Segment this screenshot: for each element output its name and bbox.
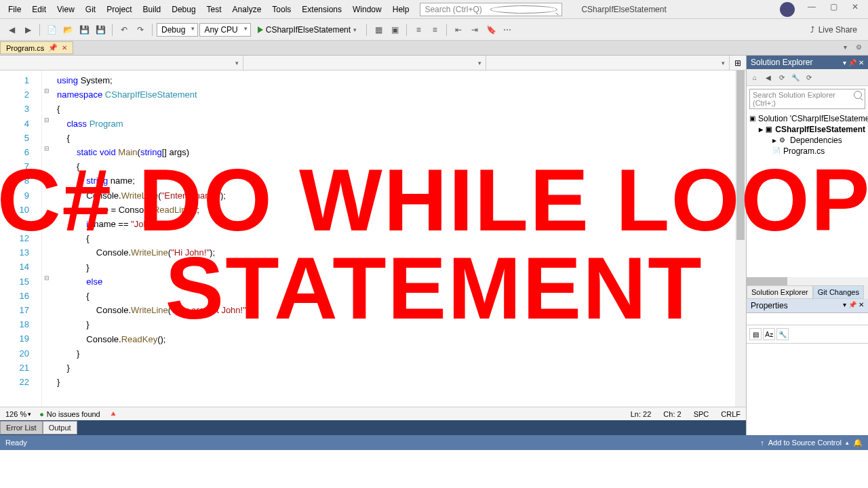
- main-area: ⊞ 12345678910111213141516171819202122 ⊟⊟…: [0, 56, 868, 435]
- refresh-icon[interactable]: ⟳: [804, 72, 814, 83]
- solution-explorer-header: Solution Explorer ▾ 📌 ✕: [747, 56, 868, 69]
- tab-solution-explorer[interactable]: Solution Explorer: [747, 285, 813, 299]
- menu-view[interactable]: View: [52, 3, 80, 16]
- undo-icon[interactable]: ↶: [117, 22, 132, 37]
- redo-icon[interactable]: ↷: [133, 22, 148, 37]
- code-body[interactable]: using System;namespace CSharpIfElseState…: [52, 70, 735, 407]
- project-node[interactable]: ▸▣CSharpIfElseStatement: [749, 124, 865, 135]
- close-tab-icon[interactable]: ✕: [62, 44, 67, 52]
- quick-search[interactable]: Search (Ctrl+Q): [420, 3, 562, 16]
- share-icon: ⤴: [810, 25, 814, 35]
- properties-panel: ▤ Aᴢ 🔧: [747, 313, 868, 435]
- menu-analyze[interactable]: Analyze: [227, 3, 267, 16]
- properties-header: Properties ▾ 📌 ✕: [747, 299, 868, 313]
- solution-node[interactable]: ▣Solution 'CSharpIfElseStatement': [749, 113, 865, 124]
- close-button[interactable]: ✕: [850, 2, 860, 12]
- platform-dropdown[interactable]: Any CPU: [199, 23, 250, 37]
- save-icon[interactable]: 💾: [77, 22, 92, 37]
- outdent-icon[interactable]: ⇥: [467, 22, 482, 37]
- zoom-level[interactable]: 126 %▾: [5, 410, 31, 418]
- csproj-icon: ▣: [766, 125, 772, 134]
- indent-icon[interactable]: ⇤: [451, 22, 466, 37]
- dependencies-node[interactable]: ▸⚙Dependencies: [749, 135, 865, 146]
- wrench-icon[interactable]: 🔧: [776, 328, 789, 340]
- menu-tools[interactable]: Tools: [267, 3, 296, 16]
- status-bar: Ready ↑ Add to Source Control ▴ 🔔: [0, 435, 868, 450]
- bookmark-icon[interactable]: 🔖: [484, 22, 498, 37]
- tab-label: Program.cs: [6, 44, 44, 52]
- split-icon[interactable]: ⊞: [730, 56, 746, 70]
- menu-git[interactable]: Git: [80, 3, 101, 16]
- menu-build[interactable]: Build: [138, 3, 167, 16]
- run-button[interactable]: CSharpIfElseStatement ▾: [252, 24, 362, 36]
- toolbar: ◀ ▶ 📄 📂 💾 💾 ↶ ↷ Debug Any CPU CSharpIfEl…: [0, 19, 868, 41]
- tab-program[interactable]: Program.cs 📌 ✕: [0, 41, 73, 54]
- tool-icon[interactable]: 🔧: [790, 72, 801, 83]
- source-control-icon[interactable]: ↑: [760, 439, 764, 447]
- horizontal-scrollbar[interactable]: [747, 277, 868, 285]
- tab-overflow-icon[interactable]: ▾: [844, 43, 853, 53]
- menu-file[interactable]: File: [3, 3, 26, 16]
- home-icon[interactable]: ⌂: [749, 72, 760, 83]
- back-icon[interactable]: ◀: [763, 72, 774, 83]
- notifications-icon[interactable]: 🔔: [853, 439, 863, 447]
- live-share[interactable]: ⤴ Live Share: [810, 25, 864, 35]
- right-panel: Solution Explorer ▾ 📌 ✕ ⌂ ◀ ⟳ 🔧 ⟳ Search…: [746, 56, 868, 435]
- menu-window[interactable]: Window: [347, 3, 387, 16]
- tab-output[interactable]: Output: [43, 421, 77, 434]
- menu-items: FileEditViewGitProjectBuildDebugTestAnal…: [3, 3, 414, 16]
- menu-debug[interactable]: Debug: [166, 3, 201, 16]
- maximize-button[interactable]: ▢: [829, 2, 838, 12]
- editor-wrap: ⊞ 12345678910111213141516171819202122 ⊟⊟…: [0, 56, 746, 435]
- minimize-button[interactable]: —: [807, 2, 816, 12]
- source-control-label[interactable]: Add to Source Control: [768, 439, 842, 447]
- nav-dropdown[interactable]: [243, 56, 487, 70]
- menu-project[interactable]: Project: [101, 3, 137, 16]
- vertical-scrollbar[interactable]: [735, 70, 746, 407]
- tool-icon[interactable]: ≡: [427, 22, 442, 37]
- nav-icon[interactable]: 🔺: [108, 409, 118, 418]
- solution-toolbar: ⌂ ◀ ⟳ 🔧 ⟳: [747, 69, 868, 86]
- nav-dropdown[interactable]: [486, 56, 730, 70]
- properties-dropdown[interactable]: [747, 313, 868, 325]
- solution-search[interactable]: Search Solution Explorer (Ctrl+;): [749, 89, 865, 109]
- tab-error-list[interactable]: Error List: [0, 421, 43, 434]
- config-dropdown[interactable]: Debug: [157, 23, 198, 37]
- menu-extensions[interactable]: Extensions: [296, 3, 347, 16]
- categorize-icon[interactable]: ▤: [749, 328, 762, 340]
- nav-dropdown[interactable]: [0, 56, 243, 70]
- tool-icon[interactable]: ▣: [387, 22, 402, 37]
- avatar[interactable]: [780, 2, 795, 17]
- pin-icon[interactable]: ▾ 📌 ✕: [843, 301, 864, 308]
- file-node[interactable]: 📄Program.cs: [749, 146, 865, 157]
- pin-icon[interactable]: ▾ 📌 ✕: [843, 59, 864, 66]
- pin-icon[interactable]: 📌: [48, 43, 58, 52]
- deps-icon: ⚙: [779, 136, 787, 144]
- menu-edit[interactable]: Edit: [26, 3, 52, 16]
- menu-test[interactable]: Test: [201, 3, 227, 16]
- solution-icon: ▣: [749, 115, 755, 123]
- tool-icon[interactable]: ≡: [411, 22, 426, 37]
- window-buttons: — ▢ ✕: [780, 2, 865, 17]
- tool-icon[interactable]: ▦: [371, 22, 386, 37]
- col-indicator: Ch: 2: [663, 410, 681, 418]
- new-icon[interactable]: 📄: [44, 22, 59, 37]
- tool-icon[interactable]: ⋯: [500, 22, 515, 37]
- cs-file-icon: 📄: [772, 147, 781, 155]
- code-editor[interactable]: 12345678910111213141516171819202122 ⊟⊟⊟⊟…: [0, 70, 746, 407]
- back-icon[interactable]: ◀: [4, 22, 19, 37]
- menu-help[interactable]: Help: [387, 3, 415, 16]
- solution-tree[interactable]: ▣Solution 'CSharpIfElseStatement' ▸▣CSha…: [747, 112, 868, 277]
- open-icon[interactable]: 📂: [60, 22, 75, 37]
- sync-icon[interactable]: ⟳: [776, 72, 787, 83]
- run-target: CSharpIfElseStatement: [266, 25, 351, 35]
- tab-git-changes[interactable]: Git Changes: [813, 285, 864, 299]
- tab-preview-icon[interactable]: ⚙: [856, 43, 865, 53]
- alpha-icon[interactable]: Aᴢ: [763, 328, 775, 340]
- forward-icon[interactable]: ▶: [20, 22, 35, 37]
- fold-column: ⊟⊟⊟⊟⊟: [42, 70, 52, 407]
- saveall-icon[interactable]: 💾: [93, 22, 108, 37]
- search-icon: [490, 5, 557, 14]
- play-icon: [258, 26, 263, 33]
- issues-indicator[interactable]: ●No issues found: [39, 410, 100, 418]
